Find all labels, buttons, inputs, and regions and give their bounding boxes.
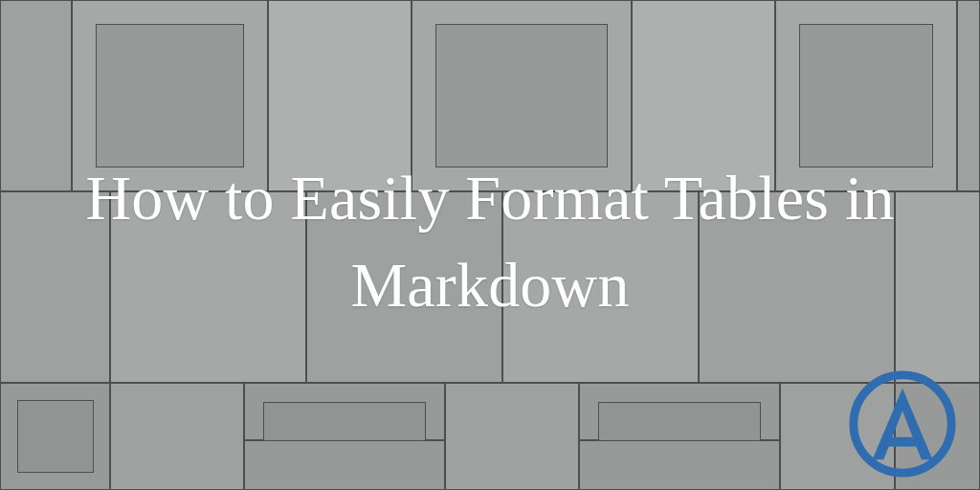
bg-tile (435, 24, 608, 167)
hero-canvas: How to Easily Format Tables in Markdown (0, 0, 980, 490)
bg-tile (445, 383, 579, 490)
bg-tile (244, 440, 445, 490)
bg-tile (957, 0, 980, 191)
article-title: How to Easily Format Tables in Markdown (49, 154, 931, 328)
bg-tile (17, 400, 94, 473)
bg-tile (799, 24, 933, 167)
circle-a-logo-icon (846, 368, 959, 480)
bg-tile (96, 24, 244, 167)
bg-tile (579, 440, 780, 490)
svg-rect-1 (884, 437, 920, 447)
bg-tile (110, 383, 244, 490)
